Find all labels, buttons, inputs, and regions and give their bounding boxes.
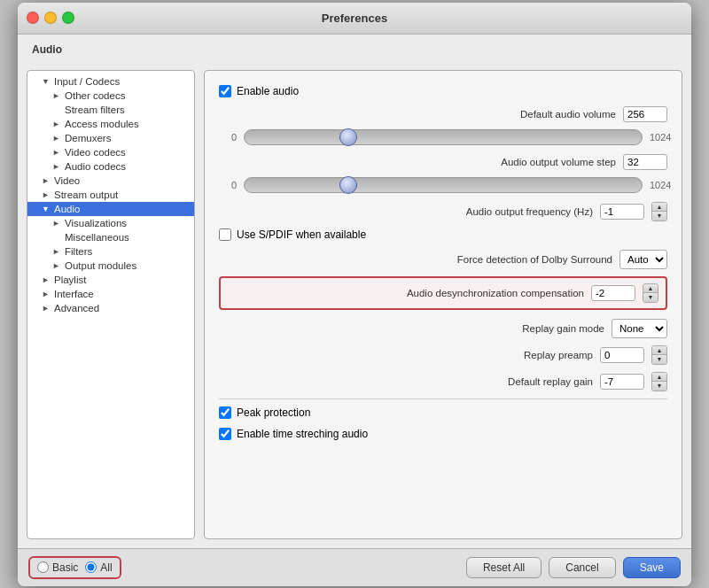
desync-label: Audio desynchronization compensation <box>407 288 584 298</box>
default-replay-gain-stepper[interactable]: ▲ ▼ <box>651 372 667 391</box>
slider1-max-label: 1024 <box>650 132 667 143</box>
reset-all-button[interactable]: Reset All <box>466 557 541 578</box>
triangle-icon: ► <box>52 162 61 171</box>
bottom-buttons: Reset All Cancel Save <box>466 557 681 578</box>
replay-preamp-row: Replay preamp ▲ ▼ <box>219 345 667 365</box>
default-replay-gain-input[interactable] <box>600 374 644 390</box>
sidebar-item-interface[interactable]: ► Interface <box>27 287 194 301</box>
dolby-label: Force detection of Dolby Surround <box>457 254 612 265</box>
sidebar-item-output-modules[interactable]: ► Output modules <box>27 259 194 273</box>
replay-preamp-down[interactable]: ▼ <box>652 355 666 364</box>
cancel-button[interactable]: Cancel <box>549 557 615 578</box>
spdif-row: Use S/PDIF when available <box>219 228 667 241</box>
output-freq-label: Audio output frequency (Hz) <box>466 206 593 217</box>
sidebar-item-input-codecs[interactable]: ▼ Input / Codecs <box>27 74 194 89</box>
sidebar-item-stream-filters[interactable]: Stream filters <box>27 103 194 117</box>
replay-preamp-label: Replay preamp <box>524 350 593 360</box>
save-button[interactable]: Save <box>623 557 681 578</box>
maximize-button[interactable] <box>62 12 74 24</box>
desync-down[interactable]: ▼ <box>643 293 658 302</box>
enable-audio-label: Enable audio <box>237 85 299 97</box>
volume-step-row: Audio output volume step <box>219 154 667 170</box>
sidebar-item-audio[interactable]: ▼ Audio <box>27 202 194 216</box>
sidebar-item-playlist[interactable]: ► Playlist <box>27 273 194 287</box>
all-radio[interactable] <box>85 561 97 573</box>
traffic-lights <box>27 12 74 24</box>
time-stretching-label: Enable time streching audio <box>237 428 368 440</box>
triangle-icon: ► <box>52 120 61 128</box>
peak-protection-label: Peak protection <box>237 406 310 419</box>
output-freq-row: Audio output frequency (Hz) ▲ ▼ <box>219 202 667 221</box>
enable-audio-row: Enable audio <box>219 85 667 97</box>
sidebar-item-advanced[interactable]: ► Advanced <box>27 301 194 315</box>
sidebar-item-video-codecs[interactable]: ► Video codecs <box>27 145 194 159</box>
dolby-select[interactable]: Auto On Off <box>619 250 667 269</box>
replay-preamp-up[interactable]: ▲ <box>652 346 666 355</box>
triangle-icon: ► <box>52 247 61 256</box>
triangle-icon: ▼ <box>42 77 51 86</box>
desync-up[interactable]: ▲ <box>643 284 658 293</box>
desync-row: Audio desynchronization compensation ▲ ▼ <box>219 276 667 310</box>
output-freq-down[interactable]: ▼ <box>652 212 666 220</box>
peak-protection-checkbox[interactable] <box>219 406 231 419</box>
volume-step-slider-row: 0 1024 <box>219 177 667 193</box>
sidebar-item-filters[interactable]: ► Filters <box>27 244 194 259</box>
output-freq-input[interactable] <box>600 204 644 220</box>
default-replay-gain-label: Default replay gain <box>508 376 593 387</box>
volume-slider[interactable] <box>244 129 643 145</box>
view-mode-group: Basic All <box>28 556 121 579</box>
triangle-icon: ► <box>42 176 51 185</box>
triangle-icon: ► <box>42 190 51 199</box>
output-freq-up[interactable]: ▲ <box>652 203 666 212</box>
triangle-icon: ► <box>52 134 61 143</box>
sidebar-item-miscellaneous[interactable]: Miscellaneous <box>27 230 194 244</box>
default-replay-gain-row: Default replay gain ▲ ▼ <box>219 372 667 391</box>
section-label: Audio <box>28 40 681 61</box>
replay-preamp-stepper[interactable]: ▲ ▼ <box>651 345 667 365</box>
triangle-icon: ► <box>42 290 51 298</box>
basic-radio[interactable] <box>37 561 49 573</box>
replay-mode-label: Replay gain mode <box>522 323 604 334</box>
titlebar: Preferences <box>18 3 691 35</box>
triangle-icon: ► <box>52 91 61 100</box>
volume-step-label: Audio output volume step <box>501 157 616 167</box>
sidebar-item-other-codecs[interactable]: ► Other codecs <box>27 89 194 103</box>
desync-input[interactable] <box>591 285 635 301</box>
bottom-bar: Basic All Reset All Cancel Save <box>18 548 691 586</box>
spdif-label: Use S/PDIF when available <box>237 228 366 241</box>
sidebar-item-demuxers[interactable]: ► Demuxers <box>27 131 194 145</box>
sidebar-item-stream-output[interactable]: ► Stream output <box>27 188 194 202</box>
time-stretching-checkbox[interactable] <box>219 428 231 440</box>
volume-step-slider[interactable] <box>244 177 643 193</box>
output-freq-stepper[interactable]: ▲ ▼ <box>651 202 667 221</box>
triangle-icon: ► <box>52 148 61 157</box>
triangle-icon: ► <box>52 261 61 270</box>
enable-audio-checkbox[interactable] <box>219 85 231 97</box>
desync-stepper[interactable]: ▲ ▼ <box>643 283 658 303</box>
triangle-icon: ► <box>42 304 51 313</box>
replay-preamp-input[interactable] <box>600 347 644 363</box>
window-title: Preferences <box>322 12 387 25</box>
peak-protection-row: Peak protection <box>219 406 667 419</box>
default-replay-gain-down[interactable]: ▼ <box>652 382 666 391</box>
close-button[interactable] <box>27 12 39 24</box>
slider2-max-label: 1024 <box>650 180 667 190</box>
default-replay-gain-up[interactable]: ▲ <box>652 373 666 382</box>
volume-step-input[interactable] <box>623 154 667 170</box>
all-radio-label[interactable]: All <box>85 561 112 574</box>
sidebar: ▼ Input / Codecs ► Other codecs Stream f… <box>27 70 195 539</box>
sidebar-item-audio-codecs[interactable]: ► Audio codecs <box>27 159 194 174</box>
minimize-button[interactable] <box>44 12 57 24</box>
sidebar-item-video[interactable]: ► Video <box>27 174 194 188</box>
default-volume-input[interactable] <box>623 106 667 122</box>
replay-mode-select[interactable]: None Track Album <box>612 319 667 338</box>
spdif-checkbox[interactable] <box>219 228 231 241</box>
default-volume-row: Default audio volume <box>219 106 667 122</box>
main-panel: Enable audio Default audio volume 0 1024… <box>204 70 682 539</box>
basic-radio-label[interactable]: Basic <box>37 561 78 574</box>
sidebar-item-access-modules[interactable]: ► Access modules <box>27 117 194 131</box>
volume-slider-row: 0 1024 <box>219 129 667 145</box>
time-stretching-row: Enable time streching audio <box>219 428 667 440</box>
default-volume-label: Default audio volume <box>520 109 616 120</box>
sidebar-item-visualizations[interactable]: ► Visualizations <box>27 216 194 230</box>
